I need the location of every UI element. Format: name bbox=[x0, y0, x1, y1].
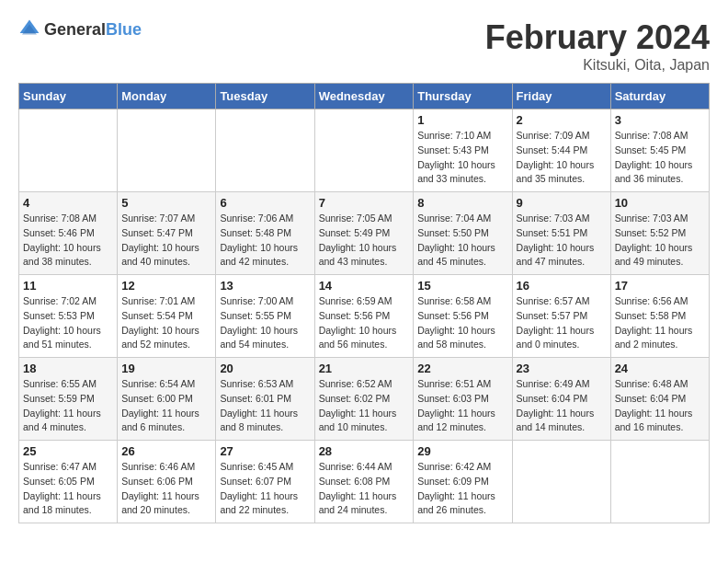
day-cell: 1Sunrise: 7:10 AM Sunset: 5:43 PM Daylig… bbox=[414, 109, 512, 192]
day-number: 20 bbox=[220, 362, 310, 375]
day-info: Sunrise: 7:01 AM Sunset: 5:54 PM Dayligh… bbox=[121, 294, 211, 352]
day-number: 17 bbox=[615, 279, 705, 293]
day-info: Sunrise: 7:08 AM Sunset: 5:45 PM Dayligh… bbox=[615, 129, 705, 187]
day-number: 18 bbox=[23, 362, 113, 375]
day-number: 29 bbox=[417, 444, 507, 458]
day-number: 28 bbox=[319, 444, 410, 458]
day-number: 21 bbox=[319, 362, 410, 375]
logo-text-blue: Blue bbox=[106, 20, 142, 39]
day-number: 13 bbox=[220, 279, 310, 293]
day-cell: 9Sunrise: 7:03 AM Sunset: 5:51 PM Daylig… bbox=[512, 192, 610, 275]
day-cell: 10Sunrise: 7:03 AM Sunset: 5:52 PM Dayli… bbox=[610, 192, 709, 275]
day-cell bbox=[19, 109, 118, 192]
day-cell: 11Sunrise: 7:02 AM Sunset: 5:53 PM Dayli… bbox=[19, 275, 118, 358]
weekday-header-friday: Friday bbox=[512, 84, 610, 109]
day-info: Sunrise: 6:52 AM Sunset: 6:02 PM Dayligh… bbox=[319, 377, 410, 435]
page-header: GeneralBlue February 2024 Kitsuki, Oita,… bbox=[18, 18, 710, 74]
logo-text-general: General bbox=[44, 20, 106, 39]
day-info: Sunrise: 7:03 AM Sunset: 5:52 PM Dayligh… bbox=[615, 212, 705, 270]
week-row-2: 4Sunrise: 7:08 AM Sunset: 5:46 PM Daylig… bbox=[19, 192, 710, 275]
day-cell: 25Sunrise: 6:47 AM Sunset: 6:05 PM Dayli… bbox=[19, 441, 118, 523]
weekday-header-monday: Monday bbox=[118, 84, 216, 109]
day-number: 2 bbox=[517, 113, 607, 127]
logo-icon bbox=[18, 18, 40, 40]
logo: GeneralBlue bbox=[18, 18, 142, 40]
day-cell: 15Sunrise: 6:58 AM Sunset: 5:56 PM Dayli… bbox=[414, 275, 512, 358]
day-cell: 28Sunrise: 6:44 AM Sunset: 6:08 PM Dayli… bbox=[314, 441, 414, 523]
day-cell: 23Sunrise: 6:49 AM Sunset: 6:04 PM Dayli… bbox=[512, 358, 610, 441]
weekday-header-thursday: Thursday bbox=[414, 84, 512, 109]
day-info: Sunrise: 6:47 AM Sunset: 6:05 PM Dayligh… bbox=[23, 460, 113, 518]
day-number: 25 bbox=[23, 444, 113, 458]
weekday-header-wednesday: Wednesday bbox=[314, 84, 414, 109]
day-number: 22 bbox=[417, 362, 507, 375]
weekday-header-row: SundayMondayTuesdayWednesdayThursdayFrid… bbox=[19, 84, 710, 109]
day-number: 24 bbox=[615, 362, 705, 375]
day-info: Sunrise: 6:49 AM Sunset: 6:04 PM Dayligh… bbox=[517, 377, 607, 435]
day-info: Sunrise: 7:05 AM Sunset: 5:49 PM Dayligh… bbox=[319, 212, 410, 270]
day-number: 1 bbox=[417, 113, 507, 127]
calendar-table: SundayMondayTuesdayWednesdayThursdayFrid… bbox=[18, 83, 710, 523]
day-info: Sunrise: 7:08 AM Sunset: 5:46 PM Dayligh… bbox=[23, 212, 113, 270]
day-info: Sunrise: 7:02 AM Sunset: 5:53 PM Dayligh… bbox=[23, 294, 113, 352]
day-info: Sunrise: 7:09 AM Sunset: 5:44 PM Dayligh… bbox=[517, 129, 607, 187]
day-number: 9 bbox=[517, 196, 607, 210]
day-cell: 2Sunrise: 7:09 AM Sunset: 5:44 PM Daylig… bbox=[512, 109, 610, 192]
day-info: Sunrise: 6:45 AM Sunset: 6:07 PM Dayligh… bbox=[220, 460, 310, 518]
day-cell: 17Sunrise: 6:56 AM Sunset: 5:58 PM Dayli… bbox=[610, 275, 709, 358]
day-number: 3 bbox=[615, 113, 705, 127]
day-number: 4 bbox=[23, 196, 113, 210]
day-cell: 18Sunrise: 6:55 AM Sunset: 5:59 PM Dayli… bbox=[19, 358, 118, 441]
day-number: 14 bbox=[319, 279, 410, 293]
day-cell: 7Sunrise: 7:05 AM Sunset: 5:49 PM Daylig… bbox=[314, 192, 414, 275]
day-number: 19 bbox=[121, 362, 211, 375]
day-cell: 13Sunrise: 7:00 AM Sunset: 5:55 PM Dayli… bbox=[216, 275, 314, 358]
day-cell: 27Sunrise: 6:45 AM Sunset: 6:07 PM Dayli… bbox=[216, 441, 314, 523]
day-info: Sunrise: 6:46 AM Sunset: 6:06 PM Dayligh… bbox=[121, 460, 211, 518]
day-info: Sunrise: 6:56 AM Sunset: 5:58 PM Dayligh… bbox=[615, 294, 705, 352]
day-cell: 14Sunrise: 6:59 AM Sunset: 5:56 PM Dayli… bbox=[314, 275, 414, 358]
day-info: Sunrise: 7:07 AM Sunset: 5:47 PM Dayligh… bbox=[121, 212, 211, 270]
day-info: Sunrise: 6:51 AM Sunset: 6:03 PM Dayligh… bbox=[417, 377, 507, 435]
location-title: Kitsuki, Oita, Japan bbox=[485, 57, 710, 74]
day-cell: 5Sunrise: 7:07 AM Sunset: 5:47 PM Daylig… bbox=[118, 192, 216, 275]
day-number: 16 bbox=[517, 279, 607, 293]
day-cell: 24Sunrise: 6:48 AM Sunset: 6:04 PM Dayli… bbox=[610, 358, 709, 441]
day-info: Sunrise: 6:44 AM Sunset: 6:08 PM Dayligh… bbox=[319, 460, 410, 518]
day-cell: 4Sunrise: 7:08 AM Sunset: 5:46 PM Daylig… bbox=[19, 192, 118, 275]
day-number: 23 bbox=[517, 362, 607, 375]
day-cell: 8Sunrise: 7:04 AM Sunset: 5:50 PM Daylig… bbox=[414, 192, 512, 275]
day-cell: 20Sunrise: 6:53 AM Sunset: 6:01 PM Dayli… bbox=[216, 358, 314, 441]
week-row-1: 1Sunrise: 7:10 AM Sunset: 5:43 PM Daylig… bbox=[19, 109, 710, 192]
day-info: Sunrise: 7:04 AM Sunset: 5:50 PM Dayligh… bbox=[417, 212, 507, 270]
day-cell bbox=[512, 441, 610, 523]
day-cell bbox=[118, 109, 216, 192]
day-number: 10 bbox=[615, 196, 705, 210]
title-area: February 2024 Kitsuki, Oita, Japan bbox=[485, 18, 710, 74]
day-number: 5 bbox=[121, 196, 211, 210]
day-info: Sunrise: 6:55 AM Sunset: 5:59 PM Dayligh… bbox=[23, 377, 113, 435]
day-number: 26 bbox=[121, 444, 211, 458]
day-number: 12 bbox=[121, 279, 211, 293]
day-cell: 12Sunrise: 7:01 AM Sunset: 5:54 PM Dayli… bbox=[118, 275, 216, 358]
day-info: Sunrise: 6:58 AM Sunset: 5:56 PM Dayligh… bbox=[417, 294, 507, 352]
day-info: Sunrise: 7:06 AM Sunset: 5:48 PM Dayligh… bbox=[220, 212, 310, 270]
weekday-header-tuesday: Tuesday bbox=[216, 84, 314, 109]
day-number: 6 bbox=[220, 196, 310, 210]
week-row-5: 25Sunrise: 6:47 AM Sunset: 6:05 PM Dayli… bbox=[19, 441, 710, 523]
day-info: Sunrise: 7:00 AM Sunset: 5:55 PM Dayligh… bbox=[220, 294, 310, 352]
day-cell: 19Sunrise: 6:54 AM Sunset: 6:00 PM Dayli… bbox=[118, 358, 216, 441]
day-cell bbox=[314, 109, 414, 192]
day-number: 8 bbox=[417, 196, 507, 210]
day-info: Sunrise: 6:48 AM Sunset: 6:04 PM Dayligh… bbox=[615, 377, 705, 435]
week-row-3: 11Sunrise: 7:02 AM Sunset: 5:53 PM Dayli… bbox=[19, 275, 710, 358]
day-info: Sunrise: 7:03 AM Sunset: 5:51 PM Dayligh… bbox=[517, 212, 607, 270]
day-cell: 16Sunrise: 6:57 AM Sunset: 5:57 PM Dayli… bbox=[512, 275, 610, 358]
day-cell: 21Sunrise: 6:52 AM Sunset: 6:02 PM Dayli… bbox=[314, 358, 414, 441]
weekday-header-saturday: Saturday bbox=[610, 84, 709, 109]
day-cell: 22Sunrise: 6:51 AM Sunset: 6:03 PM Dayli… bbox=[414, 358, 512, 441]
day-info: Sunrise: 7:10 AM Sunset: 5:43 PM Dayligh… bbox=[417, 129, 507, 187]
day-cell: 26Sunrise: 6:46 AM Sunset: 6:06 PM Dayli… bbox=[118, 441, 216, 523]
month-title: February 2024 bbox=[485, 18, 710, 57]
day-info: Sunrise: 6:42 AM Sunset: 6:09 PM Dayligh… bbox=[417, 460, 507, 518]
